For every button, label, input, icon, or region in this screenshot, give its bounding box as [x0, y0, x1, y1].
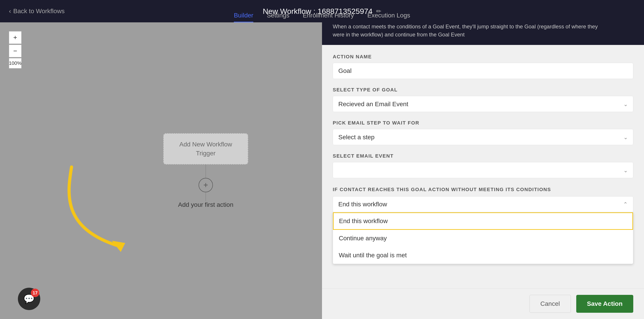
zoom-in-button[interactable]: +	[9, 31, 22, 44]
add-workflow-trigger-button[interactable]: Add New WorkflowTrigger	[163, 133, 248, 164]
email-step-field-group: PICK EMAIL STEP TO WAIT FOR Select a ste…	[333, 120, 633, 145]
add-first-action-label: Add your first action	[178, 201, 233, 208]
action-name-input[interactable]	[333, 63, 633, 79]
email-step-select-wrapper: Select a step	[333, 129, 633, 145]
zoom-out-button[interactable]: −	[9, 45, 22, 57]
save-action-button[interactable]: Save Action	[576, 295, 633, 313]
add-action-button[interactable]: +	[198, 178, 213, 192]
back-label: Back to Workflows	[13, 8, 64, 15]
connector-line-2	[206, 192, 206, 201]
goal-type-select-wrapper: Recieved an Email Event	[333, 96, 633, 112]
action-name-label: ACTION NAME	[333, 54, 633, 60]
goal-type-label: SELECT TYPE OF GOAL	[333, 87, 633, 93]
condition-option-end[interactable]: End this workflow	[333, 212, 633, 230]
tab-settings[interactable]: Settings	[267, 12, 289, 22]
right-panel: Goal Event When a contact meets the cond…	[322, 0, 644, 319]
tab-enrollment-history[interactable]: Enrollment History	[303, 12, 354, 22]
email-event-select-wrapper	[333, 162, 633, 178]
cancel-button[interactable]: Cancel	[530, 295, 571, 313]
condition-label: IF CONTACT REACHES THIS GOAL ACTION WITH…	[333, 186, 633, 193]
panel-body: ACTION NAME SELECT TYPE OF GOAL Recieved…	[322, 45, 644, 288]
email-event-select[interactable]	[333, 162, 633, 178]
condition-selected-value: End this workflow	[338, 201, 387, 208]
connector-line-1	[206, 164, 206, 178]
email-step-select[interactable]: Select a step	[333, 129, 633, 145]
condition-dropdown-menu: End this workflow Continue anyway Wait u…	[333, 212, 633, 264]
trigger-label: Add New WorkflowTrigger	[179, 140, 232, 158]
email-event-field-group: SELECT EMAIL EVENT	[333, 153, 633, 178]
email-step-label: PICK EMAIL STEP TO WAIT FOR	[333, 120, 633, 126]
action-name-field-group: ACTION NAME	[333, 54, 633, 79]
chevron-up-icon: ⌃	[623, 201, 628, 208]
condition-field-group: IF CONTACT REACHES THIS GOAL ACTION WITH…	[333, 186, 633, 212]
header-tabs: Builder Settings Enrollment History Exec…	[234, 12, 410, 22]
panel-footer: Cancel Save Action	[322, 288, 644, 319]
chat-widget[interactable]: 💬 17	[18, 288, 40, 310]
workflow-nodes: Add New WorkflowTrigger + Add your first…	[163, 133, 248, 208]
back-arrow-icon: ‹	[9, 8, 11, 15]
condition-option-continue[interactable]: Continue anyway	[333, 230, 633, 247]
zoom-controls: + − 100%	[9, 31, 22, 68]
goal-type-select[interactable]: Recieved an Email Event	[333, 96, 633, 112]
goal-type-field-group: SELECT TYPE OF GOAL Recieved an Email Ev…	[333, 87, 633, 112]
condition-dropdown-container: End this workflow ⌃ End this workflow Co…	[333, 196, 633, 212]
header: ‹ Back to Workflows New Workflow : 16887…	[0, 0, 644, 22]
condition-option-wait[interactable]: Wait until the goal is met	[333, 247, 633, 264]
plus-icon: +	[203, 180, 208, 190]
condition-dropdown-selected[interactable]: End this workflow ⌃	[333, 196, 633, 212]
panel-description: When a contact meets the conditions of a…	[333, 22, 603, 39]
tab-builder[interactable]: Builder	[234, 12, 253, 22]
email-event-label: SELECT EMAIL EVENT	[333, 153, 633, 159]
back-to-workflows-button[interactable]: ‹ Back to Workflows	[9, 8, 64, 15]
chat-badge: 17	[31, 288, 39, 297]
svg-marker-0	[112, 241, 125, 252]
tab-execution-logs[interactable]: Execution Logs	[368, 12, 410, 22]
zoom-level: 100%	[9, 58, 22, 68]
